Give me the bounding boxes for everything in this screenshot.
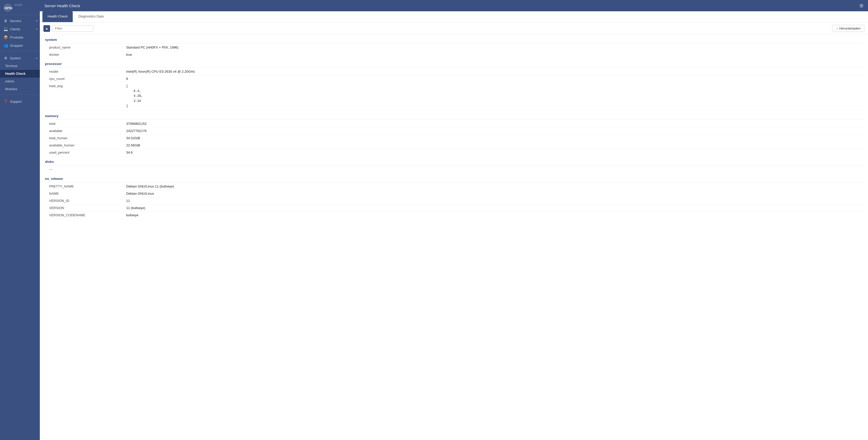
page-title: Server Health Check xyxy=(44,4,80,8)
collapse-button[interactable]: ▲ xyxy=(43,25,50,32)
data-value: bullseye xyxy=(126,213,864,217)
data-row: PRETTY_NAMEDebian GNU/Linux 11 (bullseye… xyxy=(44,183,864,190)
sidebar-item-modules[interactable]: Modules xyxy=(0,85,40,93)
content-area: Health Check Diagnostics Data ▲ ↓ Herunt… xyxy=(40,11,868,440)
sidebar-item-admin[interactable]: Admin xyxy=(0,77,40,85)
tab-bar: Health Check Diagnostics Data xyxy=(40,11,868,22)
sidebar-item-servers[interactable]: 🖥 Servers ▾ xyxy=(0,17,40,25)
data-row: NAMEDebian GNU/Linux xyxy=(44,190,864,197)
data-key: available xyxy=(49,129,126,133)
tab-diagnostics[interactable]: Diagnostics Data xyxy=(73,11,109,22)
sidebar-label-admin: Admin xyxy=(5,80,14,83)
data-key: available_human xyxy=(49,143,126,147)
data-row: VERSION_ID11 xyxy=(44,197,864,205)
topbar: Server Health Check ⊞ xyxy=(40,0,868,11)
clients-icon: 💻 xyxy=(4,27,8,31)
produkte-icon: 📦 xyxy=(4,35,8,39)
data-key: load_avg xyxy=(49,84,126,88)
data-value: Intel(R) Xeon(R) CPU E5-2630 v4 @ 2.20GH… xyxy=(126,70,864,73)
data-value: Debian GNU/Linux xyxy=(126,192,864,195)
data-row: available_human22.56GiB xyxy=(44,142,864,149)
chevron-icon-clients: ▾ xyxy=(36,28,37,31)
data-key: VERSION_ID xyxy=(49,199,126,203)
data-value: 24227762176 xyxy=(126,129,864,133)
data-value: 37066801152 xyxy=(126,122,864,126)
data-row: dockertrue xyxy=(44,51,864,58)
gruppen-icon: 👥 xyxy=(4,43,8,48)
data-key: total_human xyxy=(49,136,126,140)
sidebar-label-support: Support xyxy=(10,100,22,103)
data-value: true xyxy=(126,53,864,57)
sidebar-section-main: 🖥 Servers ▾ 💻 Clients ▾ 📦 Produkte 👥 Gru… xyxy=(0,15,40,50)
svg-text:OPSi: OPSi xyxy=(4,6,12,10)
data-value: 34.6 xyxy=(126,151,864,154)
sidebar-item-gruppen[interactable]: 👥 Gruppen xyxy=(0,41,40,50)
data-row: modelIntel(R) Xeon(R) CPU E5-2630 v4 @ 2… xyxy=(44,68,864,75)
sidebar-label-modules: Modules xyxy=(5,87,17,91)
data-row: load_avg[ 6.4, 4.38, 3.34 ] xyxy=(44,83,864,111)
data-row: VERSION11 (bullseye) xyxy=(44,205,864,212)
sidebar-item-terminal[interactable]: Terminal xyxy=(0,62,40,70)
data-row: total_human34.52GiB xyxy=(44,135,864,142)
data-value: Standard PC (i440FX + PIIX, 1996) xyxy=(126,45,864,49)
data-key: product_name xyxy=(49,45,126,49)
sidebar-label-terminal: Terminal xyxy=(5,64,17,68)
sidebar-section-support: ❓ Support xyxy=(0,96,40,106)
data-key: NAME xyxy=(49,192,126,195)
sidebar-item-clients[interactable]: 💻 Clients ▾ xyxy=(0,25,40,33)
data-value: 8 xyxy=(126,77,864,81)
section-header-processor: processor xyxy=(44,58,864,68)
filter-bar: ▲ ↓ Herunterladen xyxy=(40,22,868,34)
support-icon: ❓ xyxy=(4,99,8,103)
grid-icon[interactable]: ⊞ xyxy=(860,3,863,8)
sidebar-label-produkte: Produkte xyxy=(10,35,23,39)
sidebar-label-system: System xyxy=(10,56,21,60)
data-value: Debian GNU/Linux 11 (bullseye) xyxy=(126,184,864,188)
data-value: 34.52GiB xyxy=(126,136,864,140)
section-header-disks: disks xyxy=(44,156,864,165)
main-area: Server Health Check ⊞ Health Check Diagn… xyxy=(40,0,868,440)
data-row: total37066801152 xyxy=(44,120,864,127)
data-key: used_percent xyxy=(49,151,126,154)
data-value: 22.56GiB xyxy=(126,143,864,147)
sidebar-label-healthcheck: Health Check xyxy=(5,72,25,75)
data-value: 11 xyxy=(126,199,864,203)
section-header-system: system xyxy=(44,34,864,43)
download-icon: ↓ xyxy=(836,27,838,30)
system-icon: ⚙ xyxy=(4,56,8,60)
sidebar-label-servers: Servers xyxy=(10,19,21,23)
servers-icon: 🖥 xyxy=(4,19,8,23)
data-row: available24227762176 xyxy=(44,127,864,135)
data-value: [ 6.4, 4.38, 3.34 ] xyxy=(126,84,864,108)
data-key: --- xyxy=(49,167,126,171)
download-button[interactable]: ↓ Herunterladen xyxy=(832,25,864,32)
data-row: cpu_count8 xyxy=(44,75,864,83)
tab-healthcheck[interactable]: Health Check xyxy=(42,11,73,22)
data-key: PRETTY_NAME xyxy=(49,184,126,188)
data-key: model xyxy=(49,70,126,73)
sidebar-label-clients: Clients xyxy=(10,27,20,31)
data-key: VERSION_CODENAME xyxy=(49,213,126,217)
sidebar-item-healthcheck[interactable]: Health Check xyxy=(0,70,40,77)
data-key: total xyxy=(49,122,126,126)
chevron-icon-system: ▾ xyxy=(36,57,37,60)
sidebar-label-gruppen: Gruppen xyxy=(10,44,23,48)
data-key: docker xyxy=(49,53,126,57)
data-row: used_percent34.6 xyxy=(44,149,864,156)
sidebar-item-support[interactable]: ❓ Support xyxy=(0,97,40,105)
sidebar-item-system[interactable]: ⚙ System ▾ xyxy=(0,54,40,62)
sidebar: OPSi 4.3.21 🖥 Servers ▾ 💻 Clients ▾ 📦 Pr… xyxy=(0,0,40,440)
data-value: 11 (bullseye) xyxy=(126,206,864,210)
data-row: --- xyxy=(44,166,864,173)
sidebar-item-produkte[interactable]: 📦 Produkte xyxy=(0,33,40,41)
filter-input[interactable] xyxy=(52,25,93,32)
data-key: cpu_count xyxy=(49,77,126,81)
download-label: Herunterladen xyxy=(839,27,861,30)
sidebar-header: OPSi 4.3.21 xyxy=(0,0,40,15)
opsi-logo: OPSi xyxy=(3,3,12,12)
sidebar-version: 4.3.21 xyxy=(15,4,22,6)
section-header-os_release: os_release xyxy=(44,173,864,182)
data-area: systemproduct_nameStandard PC (i440FX + … xyxy=(40,34,868,224)
data-key: VERSION xyxy=(49,206,126,210)
section-header-memory: memory xyxy=(44,111,864,120)
